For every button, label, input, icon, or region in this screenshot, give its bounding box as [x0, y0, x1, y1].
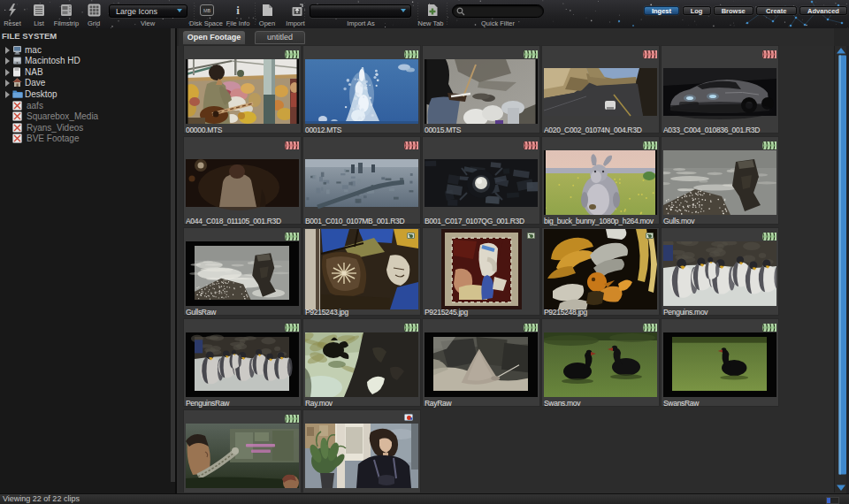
svg-text:MB: MB	[203, 8, 211, 13]
